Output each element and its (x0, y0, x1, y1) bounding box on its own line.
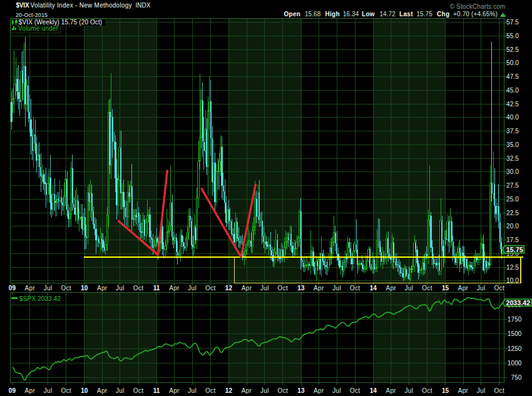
svg-text:Apr: Apr (314, 387, 324, 394)
svg-text:Jul: Jul (188, 387, 197, 394)
svg-text:12: 12 (225, 285, 233, 292)
svg-text:10: 10 (81, 387, 88, 394)
svg-text:12.5: 12.5 (506, 264, 519, 271)
svg-text:15.75: 15.75 (417, 11, 433, 18)
svg-text:14: 14 (370, 387, 377, 394)
svg-text:Oct: Oct (494, 387, 504, 394)
svg-text:42.5: 42.5 (506, 101, 519, 108)
svg-text:09: 09 (9, 285, 16, 292)
svg-text:Oct: Oct (422, 285, 432, 292)
svg-text:15: 15 (442, 387, 449, 394)
svg-text:Apr: Apr (386, 285, 396, 292)
svg-text:30.0: 30.0 (506, 168, 519, 175)
svg-text:Jul: Jul (404, 387, 413, 394)
svg-text:11: 11 (153, 387, 160, 394)
svg-text:Open: Open (284, 11, 301, 18)
svg-text:Jul: Jul (188, 285, 197, 292)
svg-text:Oct: Oct (278, 387, 289, 394)
svg-text:Apr: Apr (169, 285, 180, 292)
svg-text:Jul: Jul (116, 285, 125, 292)
svg-text:750: 750 (511, 374, 522, 381)
svg-text:32.5: 32.5 (506, 155, 519, 162)
svg-text:Volume undef: Volume undef (18, 25, 58, 32)
svg-text:11: 11 (153, 285, 160, 292)
svg-text:Apr: Apr (97, 285, 108, 292)
svg-text:09: 09 (9, 387, 16, 394)
svg-text:22.5: 22.5 (506, 210, 519, 216)
svg-text:52.5: 52.5 (506, 46, 519, 53)
svg-text:$VIX: $VIX (16, 2, 29, 9)
svg-text:Jul: Jul (44, 387, 53, 394)
svg-text:Oct: Oct (61, 285, 71, 292)
svg-text:Oct: Oct (278, 285, 289, 292)
svg-text:25.0: 25.0 (506, 196, 519, 203)
svg-text:Oct: Oct (133, 387, 144, 394)
svg-text:Apr: Apr (242, 285, 252, 292)
svg-text:15: 15 (442, 285, 449, 292)
svg-text:Apr: Apr (242, 387, 252, 394)
svg-text:Apr: Apr (386, 387, 396, 394)
svg-text:Jul: Jul (260, 285, 269, 292)
svg-text:15.75: 15.75 (506, 246, 523, 253)
svg-text:55.0: 55.0 (506, 33, 519, 39)
svg-text:20.0: 20.0 (506, 223, 519, 230)
svg-text:Apr: Apr (458, 285, 469, 292)
svg-text:Last: Last (399, 11, 413, 18)
svg-text:Jul: Jul (477, 387, 486, 394)
svg-text:Jul: Jul (332, 285, 341, 292)
svg-text:Apr: Apr (169, 387, 180, 394)
svg-text:Apr: Apr (458, 387, 469, 394)
svg-text:Jul: Jul (116, 387, 125, 394)
svg-text:Apr: Apr (314, 285, 324, 292)
svg-text:57.5: 57.5 (506, 19, 519, 26)
svg-text:12: 12 (225, 387, 233, 394)
svg-text:Low: Low (362, 11, 375, 18)
svg-text:1250: 1250 (508, 345, 522, 352)
svg-text:+0.70 (+4.65%): +0.70 (+4.65%) (453, 11, 498, 18)
svg-text:Apr: Apr (97, 387, 108, 394)
svg-text:$SPX 2033.42: $SPX 2033.42 (19, 295, 61, 302)
svg-text:Chg: Chg (437, 11, 449, 18)
svg-text:13: 13 (297, 387, 305, 394)
svg-text:Jul: Jul (404, 285, 413, 292)
svg-text:Oct: Oct (350, 285, 361, 292)
svg-text:47.5: 47.5 (506, 73, 519, 80)
svg-text:14.72: 14.72 (380, 11, 396, 18)
svg-text:50.0: 50.0 (506, 59, 519, 66)
svg-text:15.68: 15.68 (305, 11, 321, 18)
svg-text:Oct: Oct (61, 387, 71, 394)
svg-text:1750: 1750 (508, 316, 522, 323)
svg-text:Oct: Oct (494, 285, 504, 292)
svg-text:1500: 1500 (508, 330, 522, 337)
svg-text:Oct: Oct (205, 285, 216, 292)
svg-text:1000: 1000 (508, 360, 522, 367)
svg-text:17.5: 17.5 (506, 236, 519, 243)
svg-text:Volatility Index - New Methodo: Volatility Index - New Methodology (31, 2, 132, 9)
svg-text:20-Oct-2015: 20-Oct-2015 (16, 12, 48, 18)
svg-text:High: High (325, 11, 340, 18)
svg-text:14: 14 (370, 285, 377, 292)
svg-text:Oct: Oct (205, 387, 216, 394)
svg-text:10.0: 10.0 (506, 277, 519, 284)
svg-text:16.34: 16.34 (343, 11, 359, 18)
svg-text:2033.42: 2033.42 (506, 299, 530, 307)
svg-text:INDX: INDX (136, 2, 151, 9)
svg-text:Apr: Apr (25, 387, 36, 394)
svg-text:40.0: 40.0 (506, 114, 519, 121)
svg-text:© StockCharts.com: © StockCharts.com (450, 3, 506, 10)
svg-text:Jul: Jul (260, 387, 269, 394)
svg-text:Jul: Jul (44, 285, 53, 292)
svg-text:Apr: Apr (25, 285, 36, 292)
svg-text:37.5: 37.5 (506, 128, 519, 135)
svg-text:Oct: Oct (422, 387, 432, 394)
svg-text:Jul: Jul (332, 387, 341, 394)
svg-text:Oct: Oct (133, 285, 144, 292)
svg-text:27.5: 27.5 (506, 182, 519, 189)
svg-text:Jul: Jul (477, 285, 486, 292)
svg-text:10: 10 (81, 285, 88, 292)
svg-text:45.0: 45.0 (506, 87, 519, 94)
svg-text:13: 13 (297, 285, 305, 292)
svg-text:35.0: 35.0 (506, 141, 519, 148)
svg-text:Oct: Oct (350, 387, 361, 394)
